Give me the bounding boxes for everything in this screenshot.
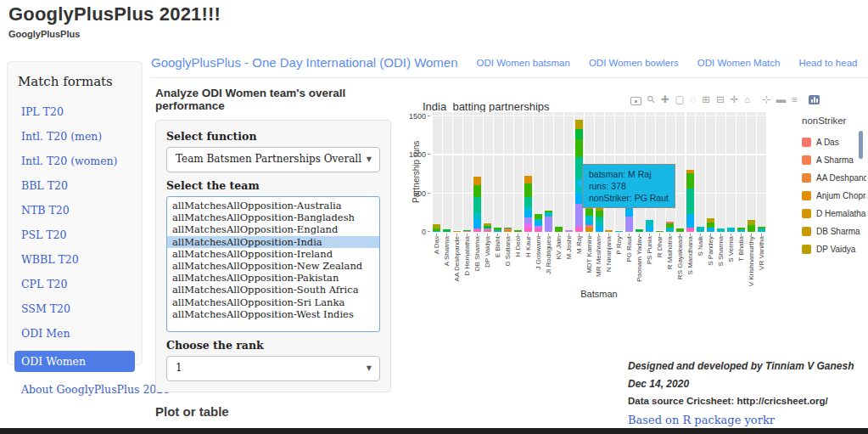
- team-option-allmatchesallopposition-ireland[interactable]: allMatchesAllOpposition-Ireland: [167, 248, 379, 260]
- bar-s-verma[interactable]: [727, 228, 735, 232]
- hover-compare-icon[interactable]: ≡: [792, 93, 798, 105]
- legend-entry-a-sharma[interactable]: A Sharma: [802, 151, 866, 169]
- bar-s-pandey[interactable]: [707, 218, 714, 232]
- bar-rs-gayakwad[interactable]: [676, 228, 684, 232]
- bar-s-mandhana[interactable]: [686, 170, 694, 232]
- team-option-allmatchesallopposition-bangladesh[interactable]: allMatchesAllOpposition-Bangladesh: [167, 211, 379, 223]
- bar-h-deol[interactable]: [514, 230, 522, 232]
- bar-vr-vanitha[interactable]: [758, 227, 765, 232]
- team-option-allmatchesallopposition-india[interactable]: allMatchesAllOpposition-India: [167, 236, 379, 248]
- x-axis-title: Batsman: [432, 289, 766, 299]
- bar-r-malhotra[interactable]: [666, 222, 674, 232]
- plotly-logo-icon[interactable]: [809, 95, 820, 104]
- sidebar-item-wbbl-t20[interactable]: WBBL T20: [14, 252, 135, 267]
- legend-entry-d-hemalatha[interactable]: D Hemalatha: [802, 205, 866, 223]
- x-tick-label: A Sharma: [443, 236, 451, 266]
- team-option-allmatchesallopposition-england[interactable]: allMatchesAllOpposition-England: [167, 223, 379, 235]
- hover-closest-icon[interactable]: ▬: [776, 93, 787, 105]
- toggle-spikelines-icon[interactable]: ⊹: [762, 93, 770, 105]
- bar-ji-rodrigues[interactable]: [545, 211, 552, 232]
- footer-yorkr-link[interactable]: Based on R package yorkr: [628, 414, 865, 426]
- reset-axes-icon[interactable]: ⌂: [744, 93, 750, 105]
- zoom-in-icon[interactable]: ⊞: [702, 93, 710, 105]
- bar-db-sharma[interactable]: [473, 177, 481, 232]
- bar-a-das[interactable]: [433, 224, 440, 232]
- legend-entry-anjum-chopra[interactable]: Anjum Chopra: [802, 187, 866, 205]
- bar-m-joshi[interactable]: [565, 230, 573, 232]
- sidebar-item-ntb-t20[interactable]: NTB T20: [14, 203, 135, 217]
- sidebar-item-ipl-t20[interactable]: IPL T20: [14, 104, 135, 119]
- bar-aa-deshpande[interactable]: [453, 231, 461, 232]
- zoom-icon[interactable]: ⚲: [645, 93, 658, 106]
- team-option-allmatchesallopposition-new-zealand[interactable]: allMatchesAllOpposition-New Zealand: [167, 260, 379, 272]
- bar-dp-vaidya[interactable]: [484, 223, 491, 232]
- legend-entry-db-sharma[interactable]: DB Sharma: [802, 223, 866, 240]
- select-function-dropdown[interactable]: Team Batsmen Partnerships Overall ▼: [166, 147, 380, 172]
- bar-mr-meshram[interactable]: [596, 208, 603, 232]
- box-select-icon[interactable]: ▢: [675, 93, 685, 105]
- sidebar-item-intl-t20-men[interactable]: Intl. T20 (men): [14, 129, 135, 144]
- x-tick-mdt-kamini: MDT Kamini: [584, 236, 594, 273]
- sidebar-item-about-googlyplusplus-2021[interactable]: About GooglyPlusPlus 2021: [14, 382, 135, 397]
- autoscale-icon[interactable]: ✛: [731, 93, 739, 105]
- x-tick-label: AA Deshpande: [453, 236, 461, 281]
- team-option-allmatchesallopposition-sri-lanka[interactable]: allMatchesAllOpposition-Sri Lanka: [167, 296, 379, 308]
- sidebar-item-cpl-t20[interactable]: CPL T20: [14, 277, 135, 291]
- bar-d-hemalatha[interactable]: [463, 230, 471, 232]
- team-option-allmatchesallopposition-south-africa[interactable]: allMatchesAllOpposition-South Africa: [167, 284, 379, 296]
- tooltip-line: runs: 378: [589, 180, 669, 192]
- pan-icon[interactable]: ✚: [661, 93, 669, 105]
- bar-n-niranjana[interactable]: [605, 230, 613, 232]
- x-tick-ji-rodrigues: JI Rodrigues: [543, 236, 553, 274]
- legend-entry-a-das[interactable]: A Das: [802, 133, 866, 151]
- team-option-allmatchesallopposition-australia[interactable]: allMatchesAllOpposition-Australia: [167, 200, 379, 211]
- bar-segment: [575, 129, 583, 139]
- sidebar-item-psl-t20[interactable]: PSL T20: [14, 228, 135, 242]
- sidebar-item-list: IPL T20Intl. T20 (men)Intl. T20 (women)B…: [18, 104, 132, 397]
- sidebar-item-ssm-t20[interactable]: SSM T20: [14, 302, 135, 316]
- camera-icon[interactable]: [630, 97, 641, 105]
- tab-odi-women-bowlers[interactable]: ODI Women bowlers: [589, 58, 679, 68]
- x-tick-label: A Das: [433, 236, 440, 254]
- bar-segment: [585, 209, 593, 216]
- legend-label: A Sharma: [816, 155, 854, 165]
- legend-scrollbar[interactable]: [859, 131, 863, 159]
- tab-head-to-head[interactable]: Head to head: [798, 58, 857, 68]
- bar-s-naik[interactable]: [697, 227, 704, 232]
- bar-segment: [585, 216, 593, 222]
- legend-entry-aa-deshpande[interactable]: AA Deshpande: [802, 169, 866, 187]
- rank-dropdown[interactable]: 1 ▼: [166, 356, 380, 381]
- bar-r-dhar[interactable]: [656, 231, 664, 232]
- legend-entry-e-bisht[interactable]: E Bisht: [802, 258, 866, 261]
- team-listbox[interactable]: allMatchesAllOpposition-AustraliaallMatc…: [166, 196, 380, 332]
- bar-segment: [473, 219, 481, 228]
- bar-mdt-kamini[interactable]: [585, 205, 593, 232]
- tab-odi-women-batsman[interactable]: ODI Women batsman: [477, 58, 570, 68]
- sidebar-item-odi-women[interactable]: ODI Women: [14, 351, 135, 372]
- legend-entry-dp-vaidya[interactable]: DP Vaidya: [802, 240, 866, 258]
- bar-a-sharma[interactable]: [443, 229, 451, 232]
- sidebar-item-odi-men[interactable]: ODI Men: [14, 326, 135, 341]
- team-option-allmatchesallopposition-pakistan[interactable]: allMatchesAllOpposition-Pakistan: [167, 272, 379, 284]
- sidebar-item-intl-t20-women[interactable]: Intl. T20 (women): [14, 154, 135, 168]
- bar-kv-jain[interactable]: [555, 227, 563, 232]
- bar-t-bhatia[interactable]: [737, 228, 745, 232]
- bar-segment: [686, 228, 694, 232]
- team-option-allmatchesallopposition-west-indies[interactable]: allMatchesAllOpposition-West Indies: [167, 308, 379, 320]
- tab-odi-women-match[interactable]: ODI Women Match: [697, 58, 781, 68]
- bar-h-kaur[interactable]: [524, 176, 532, 232]
- bar-j-goswami[interactable]: [535, 214, 542, 232]
- bar-e-bisht[interactable]: [494, 228, 501, 232]
- bar-v-krishnamurthy[interactable]: [748, 220, 755, 232]
- sidebar-item-bbl-t20[interactable]: BBL T20: [14, 178, 135, 193]
- lasso-select-icon[interactable]: ◌: [690, 93, 696, 105]
- bar-p-roy[interactable]: [615, 231, 623, 232]
- bar-segment: [524, 176, 532, 183]
- bar-s-sharma[interactable]: [717, 228, 725, 232]
- bar-segment: [666, 228, 674, 232]
- bar-g-sultana[interactable]: [504, 228, 512, 232]
- zoom-out-icon[interactable]: ⊟: [716, 93, 725, 105]
- bar-poonam-yadav[interactable]: [636, 229, 643, 232]
- bar-ps-punia[interactable]: [646, 220, 653, 232]
- x-tick-v-krishnamurthy: V Krishnamurthy: [746, 236, 756, 286]
